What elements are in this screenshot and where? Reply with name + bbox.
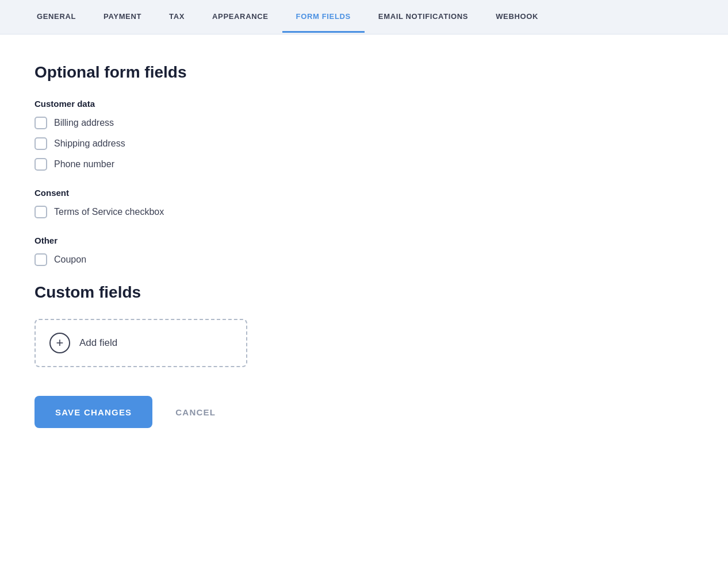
shipping-address-checkbox[interactable] bbox=[35, 137, 47, 150]
top-navigation: GENERAL PAYMENT TAX APPEARANCE FORM FIEL… bbox=[0, 0, 728, 34]
nav-tax[interactable]: TAX bbox=[155, 2, 198, 33]
terms-of-service-item[interactable]: Terms of Service checkbox bbox=[35, 206, 693, 218]
billing-address-label: Billing address bbox=[54, 118, 114, 128]
nav-email-notifications[interactable]: EMAIL NOTIFICATIONS bbox=[365, 2, 482, 33]
nav-general[interactable]: GENERAL bbox=[23, 2, 90, 33]
nav-webhook[interactable]: WEBHOOK bbox=[482, 2, 552, 33]
main-content: Optional form fields Customer data Billi… bbox=[0, 34, 728, 578]
shipping-address-item[interactable]: Shipping address bbox=[35, 137, 693, 150]
terms-of-service-checkbox[interactable] bbox=[35, 206, 47, 218]
nav-appearance[interactable]: APPEARANCE bbox=[198, 2, 282, 33]
action-buttons: SAVE CHANGES CANCEL bbox=[35, 396, 693, 428]
add-field-icon: + bbox=[49, 333, 70, 353]
nav-payment[interactable]: PAYMENT bbox=[90, 2, 155, 33]
other-group: Other Coupon bbox=[35, 236, 693, 266]
phone-number-item[interactable]: Phone number bbox=[35, 158, 693, 171]
add-field-box[interactable]: + Add field bbox=[35, 319, 247, 367]
phone-number-checkbox[interactable] bbox=[35, 158, 47, 171]
billing-address-item[interactable]: Billing address bbox=[35, 117, 693, 129]
phone-number-label: Phone number bbox=[54, 159, 114, 169]
customer-data-group: Customer data Billing address Shipping a… bbox=[35, 99, 693, 171]
custom-fields-section: Custom fields + Add field bbox=[35, 283, 693, 367]
consent-group: Consent Terms of Service checkbox bbox=[35, 188, 693, 218]
shipping-address-label: Shipping address bbox=[54, 138, 125, 149]
coupon-checkbox[interactable] bbox=[35, 253, 47, 266]
customer-data-label: Customer data bbox=[35, 99, 693, 109]
coupon-item[interactable]: Coupon bbox=[35, 253, 693, 266]
coupon-label: Coupon bbox=[54, 255, 86, 265]
custom-fields-title: Custom fields bbox=[35, 283, 693, 302]
save-changes-button[interactable]: SAVE CHANGES bbox=[35, 396, 152, 428]
nav-form-fields[interactable]: FORM FIELDS bbox=[282, 2, 365, 33]
cancel-button[interactable]: CANCEL bbox=[166, 396, 225, 428]
optional-form-fields-title: Optional form fields bbox=[35, 63, 693, 82]
add-field-label: Add field bbox=[79, 337, 117, 349]
billing-address-checkbox[interactable] bbox=[35, 117, 47, 129]
consent-label: Consent bbox=[35, 188, 693, 198]
terms-of-service-label: Terms of Service checkbox bbox=[54, 207, 164, 217]
other-label: Other bbox=[35, 236, 693, 245]
